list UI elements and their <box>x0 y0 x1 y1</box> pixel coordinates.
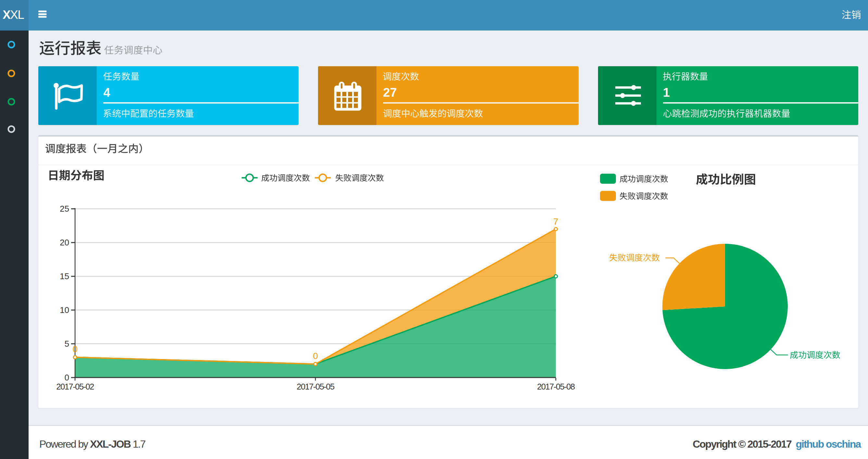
svg-text:0: 0 <box>65 373 69 383</box>
svg-text:2017-05-02: 2017-05-02 <box>56 382 94 391</box>
svg-text:10: 10 <box>60 305 69 315</box>
svg-text:5: 5 <box>65 339 69 349</box>
svg-text:25: 25 <box>60 204 69 214</box>
svg-text:2017-05-05: 2017-05-05 <box>297 382 335 391</box>
svg-text:0: 0 <box>72 344 78 354</box>
svg-text:15: 15 <box>60 271 69 281</box>
svg-text:7: 7 <box>553 217 558 227</box>
svg-text:2017-05-08: 2017-05-08 <box>537 382 575 391</box>
svg-text:0: 0 <box>313 351 318 361</box>
svg-text:20: 20 <box>60 238 69 248</box>
